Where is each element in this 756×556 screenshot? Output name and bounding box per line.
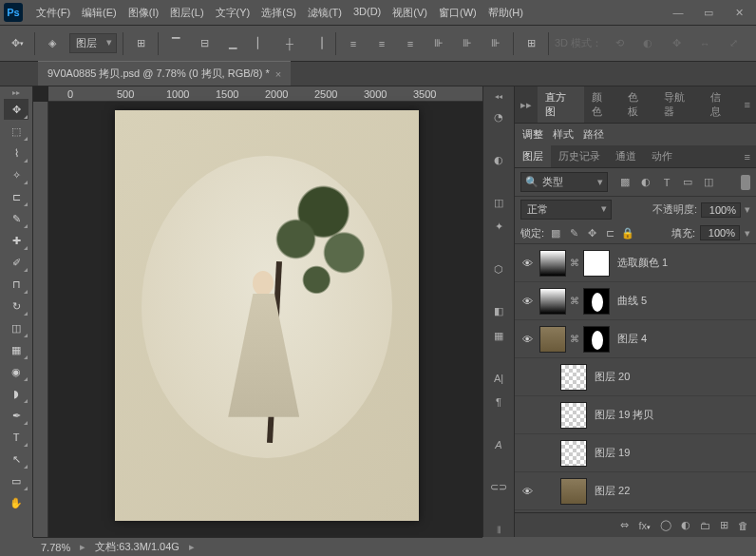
blend-mode-select[interactable]: 正常 xyxy=(520,200,612,220)
layer-row[interactable]: 👁⌘图层 4 xyxy=(515,320,756,358)
layer-row[interactable]: 👁⌘选取颜色 1 xyxy=(515,244,756,282)
layer-name[interactable]: 图层 4 xyxy=(614,332,752,346)
zoom-arrow-icon[interactable]: ▸ xyxy=(80,541,85,553)
brush-tool[interactable]: ✐ xyxy=(4,252,28,273)
document-tab[interactable]: 9V0A0885 拷贝.psd @ 7.78% (0 拷贝, RGB/8) * … xyxy=(38,61,291,86)
adjustments-icon[interactable]: ◐ xyxy=(488,153,509,167)
layers-icon[interactable]: ◫ xyxy=(488,196,509,210)
layer-thumb[interactable] xyxy=(560,440,587,467)
layer-row[interactable]: 图层 19 xyxy=(515,434,756,472)
panel-menu-icon[interactable]: ≡ xyxy=(739,151,756,163)
layer-row[interactable]: 图层 20 xyxy=(515,358,756,396)
document-canvas[interactable] xyxy=(115,110,419,521)
histogram-icon[interactable]: ◔ xyxy=(488,110,509,125)
toolbox-collapse-icon[interactable]: ▸▸ xyxy=(12,88,20,97)
tab-图层[interactable]: 图层 xyxy=(515,145,551,167)
auto-select-icon[interactable]: ◈ xyxy=(41,32,64,55)
eraser-tool[interactable]: ◫ xyxy=(4,317,28,338)
layer-name[interactable]: 选取颜色 1 xyxy=(614,256,752,270)
3d-icon[interactable]: ⬡ xyxy=(488,262,509,277)
wand-tool[interactable]: ✧ xyxy=(4,164,28,185)
panel-menu-icon[interactable]: ≡ xyxy=(739,99,756,110)
auto-align-icon[interactable]: ⊞ xyxy=(520,32,542,55)
eyedropper-tool[interactable]: ✎ xyxy=(4,208,28,229)
new-layer-icon[interactable]: ⊞ xyxy=(720,519,728,531)
layer-name[interactable]: 曲线 5 xyxy=(614,294,752,308)
filter-toggle[interactable] xyxy=(741,175,750,190)
dist-vcenter-icon[interactable]: ≡ xyxy=(370,32,393,55)
close-icon[interactable]: × xyxy=(275,68,281,80)
tab-导航器[interactable]: 导航器 xyxy=(656,86,703,123)
filter-adjust-icon[interactable]: ◐ xyxy=(638,175,653,190)
layer-thumb[interactable] xyxy=(539,250,566,277)
add-mask-icon[interactable]: ◯ xyxy=(660,519,671,531)
lock-position-icon[interactable]: ✥ xyxy=(585,226,598,240)
filter-type-icon[interactable]: T xyxy=(659,175,674,190)
lasso-tool[interactable]: ⌇ xyxy=(4,143,28,163)
crop-tool[interactable]: ⊏ xyxy=(4,186,28,207)
swatches-icon[interactable]: ▦ xyxy=(488,329,509,343)
hand-tool[interactable]: ✋ xyxy=(4,492,28,513)
color-icon[interactable]: ◧ xyxy=(488,304,509,318)
zoom-value[interactable]: 7.78% xyxy=(41,542,70,553)
chevron-down-icon[interactable]: ▾ xyxy=(745,203,750,216)
menu-图层[interactable]: 图层(L) xyxy=(164,2,209,24)
tab-样式[interactable]: 样式 xyxy=(553,127,574,142)
layers-list[interactable]: 👁⌘选取颜色 1👁⌘曲线 5👁⌘图层 4图层 20图层 19 拷贝图层 19👁图… xyxy=(515,244,756,512)
align-right-icon[interactable]: ▕ xyxy=(307,32,330,55)
layer-thumb[interactable] xyxy=(560,402,587,429)
gradient-tool[interactable]: ▦ xyxy=(4,339,28,360)
tab-路径[interactable]: 路径 xyxy=(583,127,604,142)
character-icon[interactable]: A| xyxy=(488,371,509,385)
history-brush-tool[interactable]: ↻ xyxy=(4,296,28,316)
tab-动作[interactable]: 动作 xyxy=(644,145,680,167)
chevron-down-icon[interactable]: ▾ xyxy=(745,227,750,240)
delete-layer-icon[interactable]: 🗑 xyxy=(738,520,748,531)
menu-3D[interactable]: 3D(D) xyxy=(348,2,387,24)
dist-hcenter-icon[interactable]: ⊪ xyxy=(456,32,479,55)
align-top-icon[interactable]: ▔ xyxy=(164,32,187,55)
status-arrow-icon[interactable]: ▸ xyxy=(189,541,195,553)
move-tool-icon[interactable]: ✥▾ xyxy=(6,32,28,55)
new-adjustment-icon[interactable]: ◐ xyxy=(681,519,690,531)
align-vcenter-icon[interactable]: ⊟ xyxy=(193,32,216,55)
layer-row[interactable]: 图层 19 拷贝 xyxy=(515,396,756,434)
dodge-tool[interactable]: ◗ xyxy=(4,383,28,404)
tab-历史记录[interactable]: 历史记录 xyxy=(551,145,608,167)
layer-thumb[interactable] xyxy=(560,478,587,505)
channels-icon[interactable]: ✦ xyxy=(488,220,509,234)
pen-tool[interactable]: ✒ xyxy=(4,405,28,426)
menu-滤镜[interactable]: 滤镜(T) xyxy=(302,2,348,24)
menu-文件[interactable]: 文件(F) xyxy=(30,2,76,24)
visibility-icon[interactable]: 👁 xyxy=(519,258,536,269)
tab-直方图[interactable]: 直方图 xyxy=(538,86,584,123)
layer-fx-icon[interactable]: fx▾ xyxy=(638,520,651,531)
filter-shape-icon[interactable]: ▭ xyxy=(680,175,695,190)
align-bottom-icon[interactable]: ▁ xyxy=(221,32,244,55)
dist-bottom-icon[interactable]: ≡ xyxy=(399,32,422,55)
filter-pixel-icon[interactable]: ▩ xyxy=(617,175,633,190)
filter-type-select[interactable]: 🔍 类型 xyxy=(520,172,608,192)
canvas-area[interactable]: 0500100015002000250030003500 xyxy=(33,86,482,537)
layer-thumb[interactable] xyxy=(583,288,610,315)
type-tool[interactable]: T xyxy=(4,427,28,448)
glyphs-icon[interactable]: A xyxy=(488,437,509,451)
menu-视图[interactable]: 视图(V) xyxy=(387,2,433,24)
window-close[interactable]: ✕ xyxy=(726,3,752,22)
tab-调整[interactable]: 调整 xyxy=(522,127,543,142)
menu-选择[interactable]: 选择(S) xyxy=(255,2,302,24)
menu-窗口[interactable]: 窗口(W) xyxy=(433,2,482,24)
heal-tool[interactable]: ✚ xyxy=(4,230,28,251)
window-minimize[interactable]: — xyxy=(665,3,691,22)
stamp-tool[interactable]: ⊓ xyxy=(4,274,28,295)
path-select-tool[interactable]: ↖ xyxy=(4,449,28,470)
shape-tool[interactable]: ▭ xyxy=(4,470,28,491)
align-left-icon[interactable]: ▏ xyxy=(250,32,273,55)
move-tool[interactable]: ✥ xyxy=(4,99,28,120)
menu-文字[interactable]: 文字(Y) xyxy=(210,2,256,24)
dist-left-icon[interactable]: ⊪ xyxy=(427,32,450,55)
layer-row[interactable]: 👁图层 22 xyxy=(515,472,756,510)
menu-帮助[interactable]: 帮助(H) xyxy=(482,2,529,24)
visibility-icon[interactable]: 👁 xyxy=(519,486,536,497)
align-hcenter-icon[interactable]: ┼ xyxy=(278,32,301,55)
